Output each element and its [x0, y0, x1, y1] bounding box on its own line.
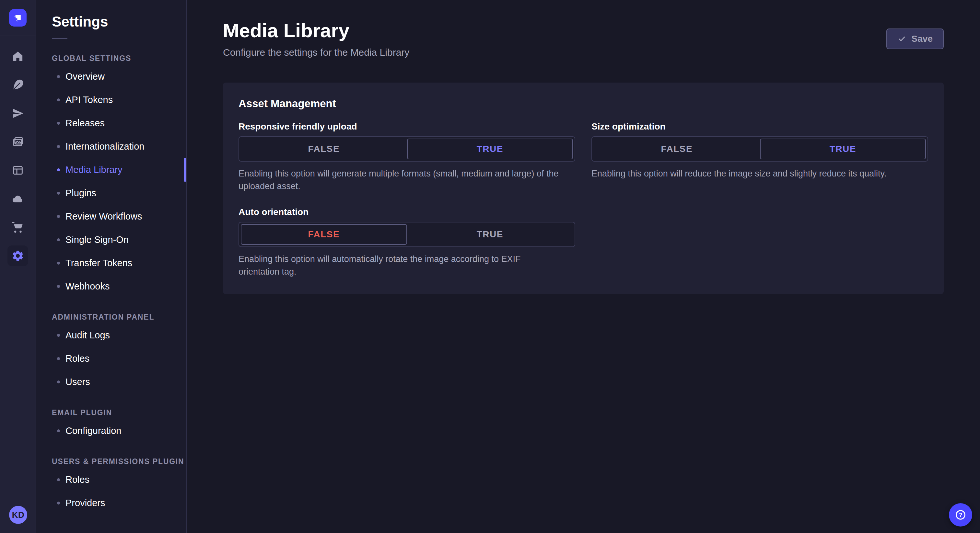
- subnav-item-up-roles[interactable]: Roles: [36, 468, 186, 491]
- question-icon: ?: [955, 509, 967, 521]
- subnav-item-label: Plugins: [65, 188, 96, 198]
- subnav-item-label: Media Library: [65, 165, 123, 175]
- icon-rail: KD: [0, 0, 36, 533]
- toggle-option-true[interactable]: TRUE: [407, 224, 573, 245]
- bullet-icon: [57, 98, 60, 102]
- nav-list-administration-panel: Audit Logs Roles Users: [36, 324, 186, 393]
- check-icon: [897, 34, 907, 43]
- bullet-icon: [57, 145, 60, 148]
- field-hint: Enabling this option will automatically …: [239, 253, 563, 278]
- bullet-icon: [57, 501, 60, 504]
- images-icon[interactable]: [8, 132, 28, 152]
- nav-list-email-plugin: Configuration: [36, 419, 186, 443]
- subnav-item-plugins[interactable]: Plugins: [36, 181, 186, 205]
- subnav-item-label: Roles: [65, 474, 89, 485]
- subnav-item-label: Users: [65, 377, 90, 387]
- section-label-email-plugin: EMAIL PLUGIN: [52, 408, 186, 417]
- subnav-item-internationalization[interactable]: Internationalization: [36, 135, 186, 158]
- subnav-item-media-library[interactable]: Media Library: [36, 158, 186, 181]
- cart-icon[interactable]: [8, 217, 28, 238]
- bullet-icon: [57, 215, 60, 218]
- bullet-icon: [57, 478, 60, 481]
- subnav-item-label: Single Sign-On: [65, 235, 129, 245]
- subnav-item-single-sign-on[interactable]: Single Sign-On: [36, 228, 186, 251]
- subnav-divider: [52, 38, 67, 39]
- subnav-item-label: API Tokens: [65, 95, 113, 105]
- nav-list-global-settings: Overview API Tokens Releases Internation…: [36, 65, 186, 298]
- subnav-item-configuration[interactable]: Configuration: [36, 419, 186, 443]
- bullet-icon: [57, 381, 60, 383]
- bullet-icon: [57, 334, 60, 337]
- bullet-icon: [57, 285, 60, 288]
- rail-icon-list: [8, 46, 28, 266]
- subnav-item-transfer-tokens[interactable]: Transfer Tokens: [36, 251, 186, 274]
- cloud-icon[interactable]: [8, 189, 28, 209]
- subnav-item-label: Providers: [65, 498, 105, 508]
- bullet-icon: [57, 122, 60, 125]
- bullet-icon: [57, 192, 60, 195]
- nav-list-users-permissions-plugin: Roles Providers: [36, 468, 186, 514]
- bullet-icon: [57, 357, 60, 360]
- subnav-item-label: Audit Logs: [65, 330, 110, 341]
- subnav-item-label: Overview: [65, 71, 105, 82]
- logo-container: [0, 0, 36, 36]
- subnav-title: Settings: [36, 0, 186, 30]
- page-header-text: Media Library Configure the settings for…: [223, 19, 409, 58]
- feather-icon[interactable]: [8, 75, 28, 95]
- subnav-item-label: Releases: [65, 118, 105, 128]
- page-header: Media Library Configure the settings for…: [187, 0, 980, 58]
- subnav-item-label: Webhooks: [65, 281, 110, 292]
- bullet-icon: [57, 262, 60, 265]
- page-subtitle: Configure the settings for the Media Lib…: [223, 47, 409, 58]
- subnav-item-audit-logs[interactable]: Audit Logs: [36, 324, 186, 347]
- field-auto-orientation: Auto orientation FALSE TRUE Enabling thi…: [239, 207, 575, 278]
- home-icon[interactable]: [8, 46, 28, 67]
- subnav-item-label: Configuration: [65, 425, 121, 436]
- field-responsive-friendly-upload: Responsive friendly upload FALSE TRUE En…: [239, 121, 575, 193]
- toggle-option-false[interactable]: FALSE: [241, 139, 407, 159]
- subnav-item-api-tokens[interactable]: API Tokens: [36, 88, 186, 111]
- bullet-icon: [57, 238, 60, 241]
- field-hint: Enabling this option will reduce the ima…: [592, 167, 915, 180]
- subnav-item-label: Internationalization: [65, 141, 144, 152]
- save-button[interactable]: Save: [886, 29, 944, 49]
- subnav-item-admin-roles[interactable]: Roles: [36, 347, 186, 370]
- section-label-global-settings: GLOBAL SETTINGS: [52, 54, 186, 63]
- settings-fields-grid: Responsive friendly upload FALSE TRUE En…: [239, 121, 928, 279]
- field-label: Size optimization: [592, 121, 928, 132]
- subnav-item-releases[interactable]: Releases: [36, 111, 186, 135]
- svg-text:?: ?: [959, 512, 963, 518]
- section-label-users-permissions-plugin: USERS & PERMISSIONS PLUGIN: [52, 457, 186, 466]
- paper-plane-icon[interactable]: [8, 103, 28, 124]
- field-label: Auto orientation: [239, 207, 575, 217]
- toggle-option-false[interactable]: FALSE: [594, 139, 760, 159]
- page-title: Media Library: [223, 19, 409, 42]
- field-hint: Enabling this option will generate multi…: [239, 167, 563, 193]
- layout-icon[interactable]: [8, 160, 28, 181]
- user-avatar[interactable]: KD: [9, 506, 27, 524]
- section-label-administration-panel: ADMINISTRATION PANEL: [52, 313, 186, 322]
- subnav-item-providers[interactable]: Providers: [36, 491, 186, 514]
- asset-management-card: Asset Management Responsive friendly upl…: [223, 82, 944, 294]
- help-button[interactable]: ?: [949, 503, 972, 527]
- subnav-item-users[interactable]: Users: [36, 370, 186, 393]
- subnav-item-label: Review Workflows: [65, 211, 142, 222]
- subnav-item-overview[interactable]: Overview: [36, 65, 186, 88]
- toggle-option-true[interactable]: TRUE: [760, 139, 926, 159]
- auto-orientation-toggle: FALSE TRUE: [239, 222, 575, 247]
- gear-icon[interactable]: [8, 246, 28, 266]
- subnav-item-label: Transfer Tokens: [65, 258, 132, 268]
- bullet-icon: [57, 429, 60, 432]
- size-optimization-toggle: FALSE TRUE: [592, 136, 928, 162]
- toggle-option-false[interactable]: FALSE: [241, 224, 407, 245]
- subnav-item-webhooks[interactable]: Webhooks: [36, 274, 186, 298]
- settings-subnav: Settings GLOBAL SETTINGS Overview API To…: [36, 0, 187, 533]
- bullet-icon: [57, 75, 60, 78]
- subnav-item-label: Roles: [65, 353, 89, 364]
- field-label: Responsive friendly upload: [239, 121, 575, 132]
- card-title: Asset Management: [239, 97, 928, 110]
- toggle-option-true[interactable]: TRUE: [407, 139, 573, 159]
- subnav-item-review-workflows[interactable]: Review Workflows: [36, 205, 186, 228]
- strapi-logo-icon[interactable]: [9, 9, 27, 27]
- bullet-icon: [57, 168, 60, 171]
